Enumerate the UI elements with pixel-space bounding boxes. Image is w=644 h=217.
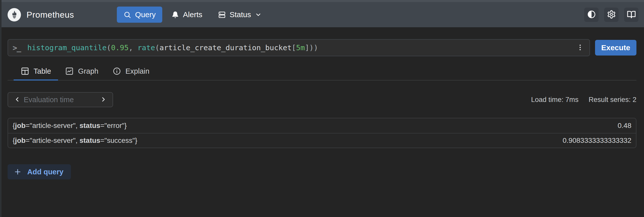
chevron-down-icon bbox=[255, 11, 262, 18]
series-value: 0.9083333333333332 bbox=[562, 137, 631, 145]
tab-table[interactable]: Table bbox=[14, 63, 58, 80]
graph-icon bbox=[65, 67, 74, 75]
evaluation-time-picker bbox=[8, 92, 113, 107]
results-table: {job="article-server", status="error"}0.… bbox=[8, 118, 636, 148]
kebab-menu-icon bbox=[576, 44, 584, 52]
chevron-right-icon bbox=[100, 96, 107, 104]
query-row: >_ histogram_quantile(0.95, rate(article… bbox=[8, 39, 636, 56]
series-selector: {job="article-server", status="success"} bbox=[13, 137, 137, 145]
prometheus-logo bbox=[8, 8, 21, 21]
evaluation-time-forward-button[interactable] bbox=[99, 94, 108, 105]
navbar: Prometheus Query Alerts Status bbox=[0, 0, 644, 27]
promql-expression: histogram_quantile(0.95, rate(article_cr… bbox=[27, 43, 318, 52]
tab-label: Explain bbox=[125, 67, 149, 75]
app-title: Prometheus bbox=[26, 10, 74, 20]
tab-label: Table bbox=[34, 67, 51, 75]
series-selector: {job="article-server", status="error"} bbox=[13, 122, 127, 130]
plus-icon bbox=[14, 168, 22, 176]
bell-icon bbox=[171, 11, 179, 19]
book-open-icon bbox=[627, 10, 636, 20]
chevron-left-icon bbox=[14, 96, 21, 104]
result-series-stat: Result series: 2 bbox=[588, 96, 636, 104]
table-toolbar: Load time: 7ms Result series: 2 bbox=[8, 92, 636, 107]
nav-item-label: Status bbox=[230, 10, 251, 19]
main-nav: Query Alerts Status bbox=[117, 7, 268, 23]
gear-icon bbox=[607, 10, 616, 20]
terminal-prompt-icon: >_ bbox=[13, 43, 21, 52]
table-row: {job="article-server", status="error"}0.… bbox=[8, 118, 636, 133]
server-icon bbox=[218, 11, 226, 19]
table-icon bbox=[21, 67, 29, 75]
table-row: {job="article-server", status="success"}… bbox=[8, 133, 636, 148]
search-icon bbox=[123, 11, 131, 19]
load-time-stat: Load time: 7ms bbox=[531, 96, 578, 104]
nav-item-label: Query bbox=[135, 10, 156, 19]
series-value: 0.48 bbox=[618, 122, 632, 130]
nav-item-query[interactable]: Query bbox=[117, 7, 162, 23]
tab-explain[interactable]: Explain bbox=[105, 63, 156, 80]
navbar-actions bbox=[584, 8, 638, 22]
tab-label: Graph bbox=[78, 67, 98, 75]
result-view-tabs: Table Graph Explain bbox=[8, 63, 636, 80]
nav-item-alerts[interactable]: Alerts bbox=[165, 7, 209, 23]
add-query-label: Add query bbox=[27, 168, 63, 176]
query-page: >_ histogram_quantile(0.95, rate(article… bbox=[0, 39, 644, 179]
promql-expression-input[interactable]: >_ histogram_quantile(0.95, rate(article… bbox=[8, 39, 590, 56]
nav-item-status[interactable]: Status bbox=[211, 7, 268, 23]
info-circle-icon bbox=[113, 67, 121, 75]
query-options-menu-button[interactable] bbox=[574, 41, 586, 54]
execute-button[interactable]: Execute bbox=[595, 40, 636, 56]
brand: Prometheus bbox=[8, 8, 74, 21]
docs-button[interactable] bbox=[624, 8, 638, 22]
add-query-button[interactable]: Add query bbox=[8, 164, 71, 179]
settings-button[interactable] bbox=[604, 8, 619, 22]
contrast-icon bbox=[587, 10, 596, 20]
query-stats: Load time: 7ms Result series: 2 bbox=[531, 96, 636, 104]
evaluation-time-back-button[interactable] bbox=[13, 94, 22, 105]
tab-graph[interactable]: Graph bbox=[58, 63, 105, 80]
window-edge bbox=[0, 0, 2, 217]
theme-toggle-button[interactable] bbox=[584, 8, 599, 22]
evaluation-time-input[interactable] bbox=[24, 96, 97, 104]
nav-item-label: Alerts bbox=[183, 10, 202, 19]
